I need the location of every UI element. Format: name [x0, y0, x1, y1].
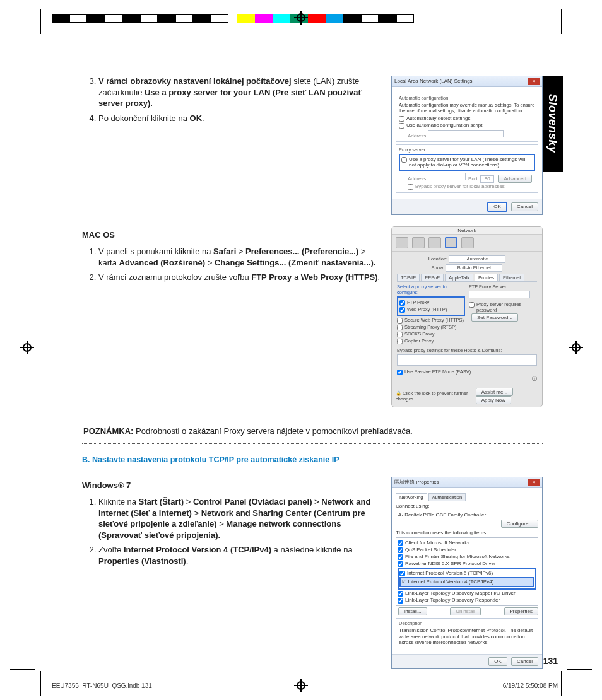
cancel-button[interactable]: Cancel: [511, 657, 538, 666]
registration-mark-icon: [20, 341, 34, 354]
list-item[interactable]: Rawether NDIS 6.X SPR Protocol Driver: [398, 561, 536, 567]
dialog-title: Network: [392, 227, 542, 235]
configure-button[interactable]: Configure...: [501, 520, 538, 528]
group-label: Automatic configuration: [399, 95, 535, 101]
note-box: POZNÁMKA: Podrobnosti o zakázaní Proxy s…: [82, 419, 543, 444]
cancel-button[interactable]: Cancel: [511, 202, 538, 211]
windows7-heading: Windows® 7: [82, 481, 382, 490]
install-button[interactable]: Install...: [398, 607, 427, 616]
note-label: POZNÁMKA:: [83, 426, 133, 436]
web-proxy-checkbox[interactable]: Web Proxy (HTTP): [399, 306, 463, 313]
note-text: Podrobnosti o zakázaní Proxy servera náj…: [133, 426, 412, 436]
list-item[interactable]: File and Printer Sharing for Microsoft N…: [398, 554, 536, 560]
pasv-checkbox[interactable]: Use Passive FTP Mode (PASV): [397, 369, 537, 375]
macos-heading: MAC OS: [82, 230, 382, 240]
close-icon[interactable]: ×: [528, 78, 540, 85]
list-item[interactable]: QoS Packet Scheduler: [398, 547, 536, 553]
auto-desc: Automatic configuration may override man…: [399, 102, 535, 114]
steps-list-macos: V paneli s ponukami kliknite na Safari >…: [82, 246, 382, 283]
set-password-button[interactable]: Set Password...: [471, 313, 518, 322]
registration-mark-icon: [569, 341, 583, 354]
showall-icon[interactable]: [396, 237, 408, 248]
page-number: 131: [543, 656, 558, 666]
close-icon[interactable]: ×: [528, 479, 540, 486]
footer-timestamp: 6/19/12 5:50:08 PM: [503, 682, 558, 689]
footer-filename: EEU7355_RT-N65U_QSG.indb 131: [52, 682, 152, 689]
steps-list-win7: Kliknite na Start (Štart) > Control Pane…: [82, 496, 382, 566]
dialog-title: Local Area Network (LAN) Settings: [394, 78, 473, 85]
list-item[interactable]: Link-Layer Topology Discovery Mapper I/O…: [398, 590, 536, 597]
network-icon[interactable]: [445, 237, 457, 248]
win7-step-2: Zvoľte Internet Protocol Version 4 (TCP/…: [98, 544, 382, 566]
connection-properties-dialog: 區域連線 Properties× NetworkingAuthenticatio…: [391, 477, 543, 668]
displays-icon[interactable]: [412, 237, 425, 248]
mac-toolbar: [392, 235, 542, 252]
list-item[interactable]: Client for Microsoft Networks: [398, 540, 536, 546]
mac-network-dialog: Network Location: Automatic Show: Built-…: [391, 226, 543, 407]
ok-button[interactable]: OK: [488, 657, 507, 666]
use-proxy-checkbox[interactable]: Use a proxy server for your LAN (These s…: [399, 154, 535, 171]
dialog-title: 區域連線 Properties: [394, 479, 439, 486]
page-content: V rámci obrazovky nastavení lokálnej poč…: [82, 76, 543, 680]
color-registration-bar: [52, 14, 414, 23]
properties-button[interactable]: Properties: [504, 607, 538, 616]
language-side-tab: Slovensky: [541, 76, 563, 172]
select-proxy-label: Select a proxy server to configure:: [397, 284, 465, 295]
steps-list-proxy: V rámci obrazovky nastavení lokálnej poč…: [82, 76, 382, 124]
bypass-checkbox[interactable]: Bypass proxy server for local addresses: [408, 184, 535, 190]
startupdisk-icon[interactable]: [461, 237, 474, 248]
win7-step-1: Kliknite na Start (Štart) > Control Pane…: [98, 496, 382, 540]
registration-mark-icon: [294, 679, 308, 692]
ipv4-item-selected[interactable]: ☑ Internet Protocol Version 4 (TCP/IPv4): [399, 577, 534, 587]
properties-tabs[interactable]: NetworkingAuthentication: [396, 493, 538, 501]
auto-detect-checkbox[interactable]: Automatically detect settings: [399, 115, 535, 122]
registration-mark-icon: [294, 11, 308, 25]
section-b-title: B. Nastavte nastavenia protokolu TCP/IP …: [82, 455, 543, 464]
ipv6-item[interactable]: Internet Protocol Version 6 (TCP/IPv6): [399, 570, 534, 576]
lan-settings-dialog: Local Area Network (LAN) Settings× Autom…: [391, 76, 543, 215]
apply-now-button[interactable]: Apply Now: [476, 396, 511, 404]
group-label: Proxy server: [399, 147, 535, 153]
mac-step-1: V paneli s ponukami kliknite na Safari >…: [98, 246, 382, 268]
ok-button[interactable]: OK: [487, 202, 507, 212]
lock-text: 🔒 Click the lock to prevent further chan…: [396, 390, 473, 402]
uninstall-button[interactable]: Uninstall: [450, 607, 481, 616]
mac-tabs[interactable]: TCP/IPPPPoEAppleTalkProxiesEthernet: [397, 274, 537, 282]
auto-script-checkbox[interactable]: Use automatic configuration script: [399, 122, 535, 129]
page-rule: [59, 651, 558, 651]
mac-step-2: V rámci zoznamu protokolov zrušte voľbu …: [98, 272, 382, 283]
step-3: V rámci obrazovky nastavení lokálnej poč…: [98, 76, 382, 109]
step-4: Po dokončení kliknite na OK.: [98, 113, 382, 124]
advanced-button[interactable]: Advanced: [498, 175, 532, 184]
sound-icon[interactable]: [428, 237, 441, 248]
assist-button[interactable]: Assist me...: [476, 388, 513, 396]
ftp-proxy-checkbox[interactable]: FTP Proxy: [399, 300, 463, 306]
list-item[interactable]: Link-Layer Topology Discovery Responder: [398, 597, 536, 604]
